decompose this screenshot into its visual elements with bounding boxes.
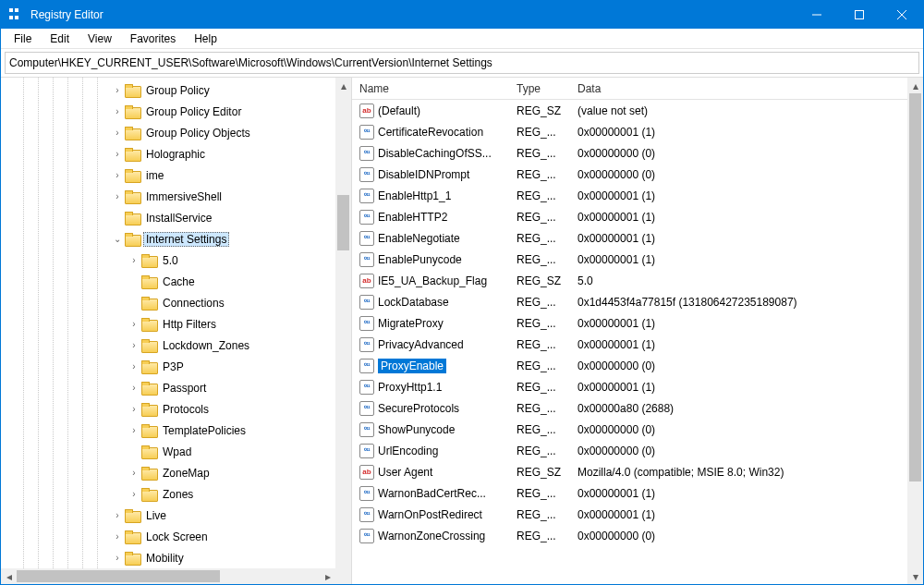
expand-icon[interactable]: › — [127, 255, 141, 265]
collapse-icon[interactable]: ⌄ — [110, 234, 125, 244]
svg-rect-1 — [856, 11, 864, 19]
expand-icon[interactable]: › — [110, 170, 125, 180]
expand-icon[interactable]: › — [127, 468, 141, 478]
tree-horizontal-scrollbar[interactable]: ◂ ▸ — [1, 568, 335, 584]
tree-item[interactable]: ›Cache — [1, 271, 335, 292]
tree-item[interactable]: ›Protocols — [1, 398, 335, 420]
tree-item[interactable]: ›Http Filters — [1, 313, 335, 335]
value-row[interactable]: ⁰¹¹ProxyHttp1.1REG_...0x00000001 (1) — [352, 376, 907, 397]
value-row[interactable]: ⁰¹¹EnableHttp1_1REG_...0x00000001 (1) — [352, 185, 907, 206]
value-row[interactable]: ⁰¹¹WarnonZoneCrossingREG_...0x00000000 (… — [352, 525, 907, 546]
tree-item[interactable]: ›Lock Screen — [1, 526, 335, 547]
value-row[interactable]: ⁰¹¹EnableNegotiateREG_...0x00000001 (1) — [352, 227, 907, 249]
scroll-up-icon[interactable]: ▴ — [907, 78, 923, 93]
minimize-button[interactable] — [796, 1, 838, 29]
list-vertical-scrollbar[interactable]: ▴ ▾ — [907, 78, 923, 584]
tree-item[interactable]: ›Live — [1, 505, 335, 526]
column-header-name[interactable]: Name — [352, 82, 509, 95]
value-row[interactable]: ⁰¹¹PrivacyAdvancedREG_...0x00000001 (1) — [352, 334, 907, 355]
expand-icon[interactable]: › — [110, 128, 125, 138]
scroll-thumb[interactable] — [337, 195, 349, 250]
scroll-up-icon[interactable]: ▴ — [335, 78, 351, 93]
value-data: 0x00000001 (1) — [570, 232, 907, 245]
value-row[interactable]: ⁰¹¹SecureProtocolsREG_...0x00000a80 (268… — [352, 397, 907, 419]
tree-item[interactable]: ›ImmersiveShell — [1, 186, 335, 207]
expand-icon[interactable]: › — [127, 361, 141, 372]
value-data: 0x00000001 (1) — [570, 189, 907, 202]
expand-icon[interactable]: › — [127, 489, 141, 499]
scroll-thumb[interactable] — [909, 93, 921, 481]
menu-view[interactable]: View — [79, 30, 121, 47]
value-data: 0x00000001 (1) — [570, 508, 907, 521]
scroll-thumb[interactable] — [17, 570, 220, 582]
expand-icon[interactable]: › — [110, 510, 125, 520]
tree-item[interactable]: ›Zones — [1, 483, 335, 505]
address-bar[interactable]: Computer\HKEY_CURRENT_USER\Software\Micr… — [5, 52, 919, 74]
tree-item[interactable]: ›Passport — [1, 377, 335, 398]
value-row[interactable]: ⁰¹¹ProxyEnableREG_...0x00000000 (0) — [352, 355, 907, 376]
column-header-data[interactable]: Data — [570, 82, 907, 95]
value-row[interactable]: ⁰¹¹DisableCachingOfSS...REG_...0x0000000… — [352, 142, 907, 164]
tree-vertical-scrollbar[interactable]: ▴ ▾ — [335, 78, 351, 584]
tree-item[interactable]: ›TemplatePolicies — [1, 420, 335, 441]
expand-icon[interactable]: › — [110, 149, 125, 159]
value-row[interactable]: ⁰¹¹WarnOnPostRedirectREG_...0x00000001 (… — [352, 504, 907, 525]
tree-item[interactable]: ⌄Internet Settings — [1, 228, 335, 250]
column-header-type[interactable]: Type — [509, 82, 570, 95]
app-icon — [8, 7, 23, 22]
tree-item[interactable]: ›Holographic — [1, 143, 335, 165]
expand-icon[interactable]: › — [110, 191, 125, 201]
value-name: EnableHttp1_1 — [378, 189, 451, 203]
menu-help[interactable]: Help — [185, 30, 226, 47]
tree-item[interactable]: ›Group Policy Editor — [1, 101, 335, 122]
expand-icon[interactable]: › — [110, 553, 125, 563]
tree-item[interactable]: ›5.0 — [1, 250, 335, 271]
expand-icon[interactable]: › — [127, 319, 141, 329]
scroll-right-icon[interactable]: ▸ — [320, 568, 335, 584]
registry-tree[interactable]: ›Group Policy›Group Policy Editor›Group … — [1, 78, 335, 568]
value-row[interactable]: ⁰¹¹CertificateRevocationREG_...0x0000000… — [352, 121, 907, 142]
expand-icon[interactable]: › — [127, 383, 141, 393]
value-row[interactable]: abIE5_UA_Backup_FlagREG_SZ5.0 — [352, 270, 907, 291]
value-row[interactable]: ⁰¹¹DisableIDNPromptREG_...0x00000000 (0) — [352, 164, 907, 185]
menu-edit[interactable]: Edit — [41, 30, 79, 47]
maximize-button[interactable] — [838, 1, 881, 29]
folder-icon — [141, 488, 156, 501]
close-button[interactable] — [881, 1, 923, 29]
tree-item[interactable]: ›Group Policy Objects — [1, 122, 335, 143]
value-row[interactable]: ⁰¹¹EnableHTTP2REG_...0x00000001 (1) — [352, 206, 907, 227]
value-row[interactable]: ⁰¹¹ShowPunycodeREG_...0x00000000 (0) — [352, 419, 907, 440]
value-row[interactable]: abUser AgentREG_SZMozilla/4.0 (compatibl… — [352, 461, 907, 482]
menu-file[interactable]: File — [5, 30, 41, 47]
value-row[interactable]: ⁰¹¹UrlEncodingREG_...0x00000000 (0) — [352, 440, 907, 461]
tree-item[interactable]: ›ime — [1, 165, 335, 186]
value-name: ProxyHttp1.1 — [378, 380, 442, 395]
expand-icon[interactable]: › — [127, 425, 141, 435]
tree-item[interactable]: ›Wpad — [1, 441, 335, 462]
expand-icon[interactable]: › — [110, 85, 125, 95]
value-name: SecureProtocols — [378, 401, 459, 416]
tree-item[interactable]: ›InstallService — [1, 207, 335, 228]
value-row[interactable]: ⁰¹¹MigrateProxyREG_...0x00000001 (1) — [352, 312, 907, 334]
scroll-left-icon[interactable]: ◂ — [1, 568, 17, 584]
tree-item[interactable]: ›Group Policy — [1, 79, 335, 101]
tree-item[interactable]: ›Mobility — [1, 547, 335, 568]
title-bar[interactable]: Registry Editor — [1, 1, 923, 29]
tree-item[interactable]: ›Lockdown_Zones — [1, 335, 335, 356]
values-list[interactable]: ab(Default)REG_SZ(value not set)⁰¹¹Certi… — [352, 100, 907, 546]
value-row[interactable]: ⁰¹¹WarnonBadCertRec...REG_...0x00000001 … — [352, 482, 907, 504]
value-row[interactable]: ab(Default)REG_SZ(value not set) — [352, 100, 907, 121]
value-row[interactable]: ⁰¹¹EnablePunycodeREG_...0x00000001 (1) — [352, 249, 907, 270]
tree-item[interactable]: ›ZoneMap — [1, 462, 335, 483]
expand-icon[interactable]: › — [127, 340, 141, 350]
folder-icon — [141, 445, 156, 458]
scroll-down-icon[interactable]: ▾ — [907, 568, 923, 584]
menu-favorites[interactable]: Favorites — [121, 30, 185, 47]
tree-item[interactable]: ›P3P — [1, 356, 335, 377]
expand-icon[interactable]: › — [110, 531, 125, 542]
value-row[interactable]: ⁰¹¹LockDatabaseREG_...0x1d4453f4a77815f … — [352, 291, 907, 312]
tree-item-label: Group Policy Objects — [143, 126, 253, 140]
tree-item[interactable]: ›Connections — [1, 292, 335, 313]
expand-icon[interactable]: › — [127, 404, 141, 414]
expand-icon[interactable]: › — [110, 106, 125, 116]
